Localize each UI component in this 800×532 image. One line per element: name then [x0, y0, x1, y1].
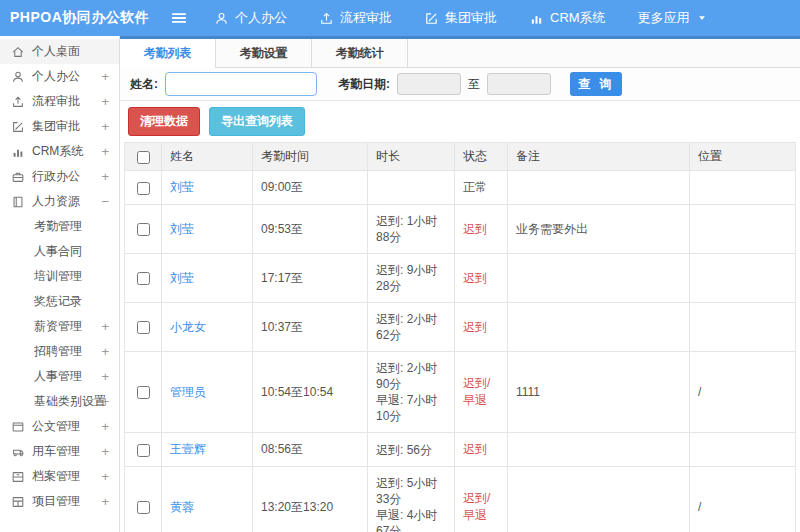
sidebar-item[interactable]: 个人桌面 — [0, 39, 119, 64]
attendance-date-label: 考勤日期: — [338, 76, 390, 93]
expand-toggle-icon[interactable]: + — [101, 439, 109, 464]
cell-attendance-time: 13:20至13:20 — [253, 467, 368, 532]
date-from-input[interactable] — [397, 73, 461, 95]
car-icon — [11, 445, 25, 459]
tab-attendance-settings[interactable]: 考勤设置 — [216, 39, 312, 67]
sidebar-item[interactable]: 集团审批+ — [0, 114, 119, 139]
sidebar-item[interactable]: 人力资源− — [0, 189, 119, 214]
expand-toggle-icon[interactable]: + — [101, 339, 109, 364]
row-checkbox[interactable] — [137, 386, 150, 399]
sidebar-item-label: 用车管理 — [32, 443, 80, 460]
expand-toggle-icon[interactable]: + — [101, 114, 109, 139]
nav-item[interactable]: 更多应用 — [638, 9, 708, 27]
expand-toggle-icon[interactable]: + — [101, 164, 109, 189]
row-checkbox[interactable] — [137, 321, 150, 334]
sidebar-subitem-label: 薪资管理 — [34, 319, 82, 333]
sidebar-item-label: 项目管理 — [32, 493, 80, 510]
sidebar-item-label: 个人办公 — [32, 68, 80, 85]
expand-toggle-icon[interactable]: + — [101, 89, 109, 114]
cell-status: 迟到/早退 — [455, 352, 508, 433]
expand-toggle-icon[interactable]: + — [101, 64, 109, 89]
cell-note: 1111 — [508, 352, 690, 433]
sidebar-subitem-label: 考勤管理 — [34, 219, 82, 233]
table-row: 小龙女10:37至迟到: 2小时62分迟到 — [125, 303, 796, 352]
nav-item[interactable]: 集团审批 — [424, 9, 497, 27]
sidebar-subitem[interactable]: 考勤管理 — [0, 214, 119, 239]
expand-toggle-icon[interactable]: + — [101, 489, 109, 514]
employee-name-link[interactable]: 管理员 — [170, 385, 206, 399]
cell-name: 刘莹 — [162, 171, 253, 205]
sidebar-subitem[interactable]: 基础类别设置+ — [0, 389, 119, 414]
employee-name-link[interactable]: 黄蓉 — [170, 500, 194, 514]
sidebar-subitem[interactable]: 招聘管理+ — [0, 339, 119, 364]
table-header-row: 姓名 考勤时间 时长 状态 备注 位置 — [125, 143, 796, 171]
row-checkbox[interactable] — [137, 501, 150, 514]
sidebar-item[interactable]: 用车管理+ — [0, 439, 119, 464]
cell-status: 迟到 — [455, 433, 508, 467]
name-label: 姓名: — [130, 76, 158, 93]
expand-toggle-icon[interactable]: + — [101, 139, 109, 164]
attendance-table: 姓名 考勤时间 时长 状态 备注 位置 刘莹09:00至正常刘莹09:53至迟到… — [124, 142, 796, 532]
cell-attendance-time: 09:53至 — [253, 205, 368, 254]
expand-toggle-icon[interactable]: + — [101, 389, 109, 414]
nav-item[interactable]: 流程审批 — [319, 9, 392, 27]
cell-attendance-time: 08:56至 — [253, 433, 368, 467]
sidebar-subitem[interactable]: 人事管理+ — [0, 364, 119, 389]
sidebar-item-label: 行政办公 — [32, 168, 80, 185]
sidebar-subitem-label: 人事管理 — [34, 369, 82, 383]
expand-toggle-icon[interactable]: + — [101, 464, 109, 489]
table-row: 王壹辉08:56至迟到: 56分迟到 — [125, 433, 796, 467]
expand-toggle-icon[interactable]: − — [101, 189, 109, 214]
doc-icon — [11, 420, 25, 434]
cell-name: 刘莹 — [162, 205, 253, 254]
employee-name-link[interactable]: 刘莹 — [170, 271, 194, 285]
sidebar-item[interactable]: 档案管理+ — [0, 464, 119, 489]
row-checkbox[interactable] — [137, 182, 150, 195]
name-input[interactable] — [165, 72, 317, 96]
sidebar-subitem[interactable]: 人事合同 — [0, 239, 119, 264]
employee-name-link[interactable]: 小龙女 — [170, 320, 206, 334]
nav-item-label: 集团审批 — [445, 9, 497, 27]
employee-name-link[interactable]: 刘莹 — [170, 222, 194, 236]
expand-toggle-icon[interactable]: + — [101, 314, 109, 339]
sidebar-item-label: 档案管理 — [32, 468, 80, 485]
employee-name-link[interactable]: 刘莹 — [170, 180, 194, 194]
tab-attendance-stats[interactable]: 考勤统计 — [312, 39, 408, 67]
sidebar-subitem[interactable]: 薪资管理+ — [0, 314, 119, 339]
sidebar-item-label: 流程审批 — [32, 93, 80, 110]
cell-note — [508, 171, 690, 205]
sidebar-item[interactable]: 项目管理+ — [0, 489, 119, 514]
nav-item[interactable]: CRM系统 — [529, 9, 606, 27]
app-logo: PHPOA协同办公软件 — [0, 9, 150, 27]
export-list-button[interactable]: 导出查询列表 — [209, 107, 305, 136]
sidebar-item[interactable]: CRM系统+ — [0, 139, 119, 164]
sidebar-item[interactable]: 个人办公+ — [0, 64, 119, 89]
row-checkbox[interactable] — [137, 444, 150, 457]
date-to-input[interactable] — [487, 73, 551, 95]
sidebar-item[interactable]: 行政办公+ — [0, 164, 119, 189]
menu-toggle-icon[interactable] — [170, 9, 188, 27]
nav-item[interactable]: 个人办公 — [214, 9, 287, 27]
sidebar-item[interactable]: 公文管理+ — [0, 414, 119, 439]
expand-toggle-icon[interactable]: + — [101, 364, 109, 389]
search-button[interactable]: 查 询 — [570, 72, 622, 96]
sidebar: 个人桌面个人办公+流程审批+集团审批+CRM系统+行政办公+人力资源−考勤管理人… — [0, 36, 120, 532]
expand-toggle-icon[interactable]: + — [101, 414, 109, 439]
tab-attendance-list[interactable]: 考勤列表 — [120, 39, 216, 67]
nav-item-label: 流程审批 — [340, 9, 392, 27]
col-attendance-time: 考勤时间 — [253, 143, 368, 171]
row-checkbox[interactable] — [137, 223, 150, 236]
sidebar-subitem[interactable]: 培训管理 — [0, 264, 119, 289]
status-badge: 迟到/早退 — [463, 376, 490, 407]
row-checkbox[interactable] — [137, 272, 150, 285]
top-header: PHPOA协同办公软件 个人办公流程审批集团审批CRM系统更多应用 — [0, 0, 800, 36]
cell-duration: 迟到: 1小时88分 — [368, 205, 455, 254]
edit-icon — [11, 120, 25, 134]
status-badge: 迟到 — [463, 222, 487, 236]
top-nav: 个人办公流程审批集团审批CRM系统更多应用 — [214, 9, 708, 27]
clean-data-button[interactable]: 清理数据 — [128, 107, 200, 136]
sidebar-subitem[interactable]: 奖惩记录 — [0, 289, 119, 314]
select-all-checkbox[interactable] — [137, 151, 150, 164]
employee-name-link[interactable]: 王壹辉 — [170, 442, 206, 456]
sidebar-item[interactable]: 流程审批+ — [0, 89, 119, 114]
